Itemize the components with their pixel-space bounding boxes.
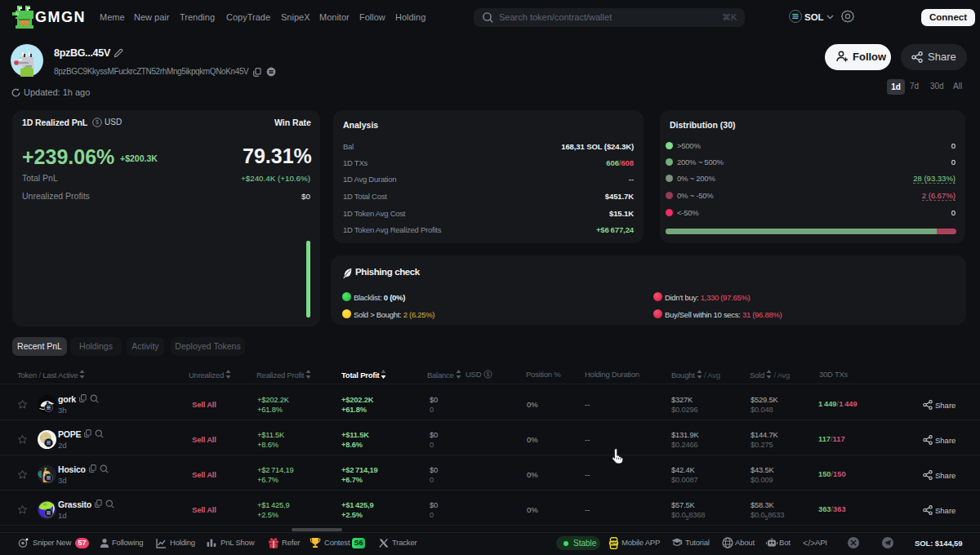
svg-text:APP: APP <box>610 541 617 545</box>
svg-text:$: $ <box>96 119 99 125</box>
svg-text:$: $ <box>487 371 490 377</box>
